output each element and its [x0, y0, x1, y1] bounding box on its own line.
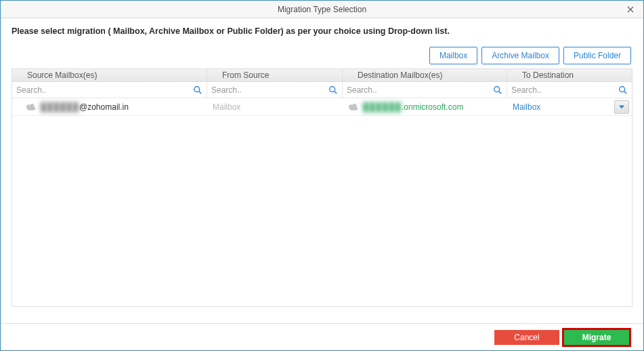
redacted-text: ██████: [41, 102, 79, 112]
search-input-source[interactable]: [12, 82, 207, 98]
to-destination-cell: Mailbox: [507, 98, 632, 115]
destination-mailbox-value: ██████.onmicrosoft.com: [363, 102, 463, 112]
search-cell-from: [207, 82, 343, 98]
search-row: [12, 82, 632, 98]
search-input-from[interactable]: [207, 82, 342, 98]
destination-mailbox-cell: ██████.onmicrosoft.com: [343, 98, 507, 115]
search-icon: [618, 85, 628, 95]
cloud-icon: [26, 103, 37, 110]
destination-domain: .onmicrosoft.com: [402, 102, 463, 112]
search-cell-destination: [343, 82, 507, 98]
table-row[interactable]: ██████@zohomail.in Mailbox ██████.onmicr…: [12, 98, 632, 116]
instruction-text: Please select migration ( Mailbox, Archi…: [12, 26, 632, 36]
to-destination-dropdown[interactable]: [614, 100, 629, 114]
search-cell-to: [507, 82, 632, 98]
source-domain: @zohomail.in: [79, 102, 129, 112]
migrate-highlight: Migrate: [562, 328, 631, 347]
search-icon: [328, 85, 338, 95]
svg-line-3: [335, 91, 337, 94]
svg-line-7: [624, 91, 627, 94]
svg-point-0: [194, 86, 200, 91]
from-source-cell: Mailbox: [207, 98, 343, 115]
search-icon: [493, 85, 502, 95]
header-destination: Destination Mailbox(es): [343, 69, 507, 81]
svg-line-5: [499, 91, 502, 94]
migrate-button[interactable]: Migrate: [564, 330, 629, 345]
type-button-bar: Mailbox Archive Mailbox Public Folder: [12, 47, 632, 64]
svg-point-2: [330, 86, 335, 91]
svg-point-4: [494, 86, 500, 91]
header-to-destination: To Destination: [507, 69, 632, 81]
search-input-destination[interactable]: [343, 82, 507, 98]
redacted-text: ██████: [363, 102, 402, 112]
cloud-icon: [348, 103, 359, 110]
public-folder-button[interactable]: Public Folder: [563, 47, 631, 64]
source-mailbox-cell: ██████@zohomail.in: [12, 98, 207, 115]
footer-bar: Cancel Migrate: [1, 323, 643, 350]
grid-header: Source Mailbox(es) From Source Destinati…: [12, 68, 632, 82]
to-destination-value: Mailbox: [513, 102, 540, 112]
search-cell-source: [12, 82, 207, 98]
archive-mailbox-button[interactable]: Archive Mailbox: [481, 47, 559, 64]
search-input-to[interactable]: [507, 82, 632, 98]
source-mailbox-value: ██████@zohomail.in: [41, 102, 129, 112]
close-icon[interactable]: [623, 1, 638, 18]
search-icon: [193, 85, 202, 95]
cancel-button[interactable]: Cancel: [494, 330, 559, 345]
header-from-source: From Source: [207, 69, 343, 81]
svg-point-6: [620, 86, 625, 91]
svg-line-1: [199, 91, 202, 94]
mailbox-button[interactable]: Mailbox: [429, 47, 477, 64]
header-source: Source Mailbox(es): [12, 69, 207, 81]
migration-grid: Source Mailbox(es) From Source Destinati…: [12, 68, 632, 307]
titlebar: Migration Type Selection: [1, 1, 643, 18]
window-title: Migration Type Selection: [278, 5, 366, 14]
content-area: Please select migration ( Mailbox, Archi…: [1, 18, 643, 307]
